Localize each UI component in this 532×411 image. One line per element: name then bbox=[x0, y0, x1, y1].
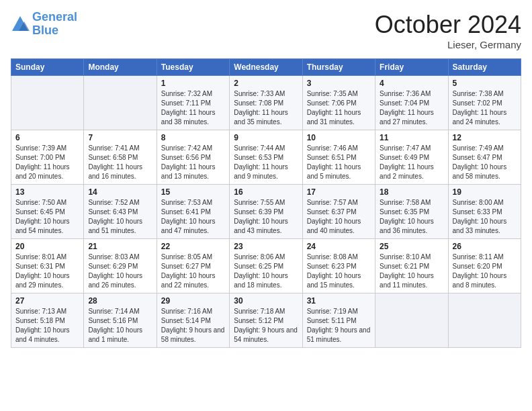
day-number: 21 bbox=[88, 242, 152, 251]
calendar-cell: 21Sunrise: 8:03 AM Sunset: 6:29 PM Dayli… bbox=[84, 239, 157, 293]
calendar-cell bbox=[448, 293, 521, 348]
logo-text: General Blue bbox=[32, 11, 77, 38]
calendar-week-1: 1Sunrise: 7:32 AM Sunset: 7:11 PM Daylig… bbox=[11, 76, 521, 130]
calendar-body: 1Sunrise: 7:32 AM Sunset: 7:11 PM Daylig… bbox=[11, 76, 521, 348]
calendar-cell: 10Sunrise: 7:46 AM Sunset: 6:51 PM Dayli… bbox=[302, 130, 375, 185]
day-number: 30 bbox=[234, 296, 298, 306]
day-number: 12 bbox=[453, 133, 517, 142]
day-info: Sunrise: 7:33 AM Sunset: 7:08 PM Dayligh… bbox=[234, 89, 298, 127]
day-number: 14 bbox=[88, 187, 152, 197]
day-number: 7 bbox=[88, 133, 152, 142]
day-number: 9 bbox=[234, 133, 298, 142]
calendar-cell: 2Sunrise: 7:33 AM Sunset: 7:08 PM Daylig… bbox=[230, 76, 302, 130]
logo: General Blue bbox=[11, 11, 77, 38]
calendar-cell bbox=[375, 293, 448, 348]
day-number: 6 bbox=[15, 133, 79, 142]
calendar-cell bbox=[84, 76, 157, 130]
day-info: Sunrise: 8:10 AM Sunset: 6:21 PM Dayligh… bbox=[380, 253, 443, 290]
page-header: General Blue October 2024 Lieser, German… bbox=[11, 11, 521, 50]
day-info: Sunrise: 7:16 AM Sunset: 5:14 PM Dayligh… bbox=[161, 307, 225, 345]
day-info: Sunrise: 7:18 AM Sunset: 5:12 PM Dayligh… bbox=[234, 307, 298, 345]
day-number: 2 bbox=[234, 79, 298, 88]
day-info: Sunrise: 7:57 AM Sunset: 6:37 PM Dayligh… bbox=[307, 198, 371, 236]
weekday-monday: Monday bbox=[84, 59, 157, 76]
day-number: 15 bbox=[161, 187, 225, 197]
day-number: 25 bbox=[380, 242, 443, 251]
day-number: 23 bbox=[234, 242, 298, 251]
day-number: 10 bbox=[307, 133, 371, 142]
weekday-thursday: Thursday bbox=[302, 59, 375, 76]
day-info: Sunrise: 8:00 AM Sunset: 6:33 PM Dayligh… bbox=[453, 198, 517, 236]
weekday-header-row: SundayMondayTuesdayWednesdayThursdayFrid… bbox=[11, 59, 521, 76]
day-info: Sunrise: 8:05 AM Sunset: 6:27 PM Dayligh… bbox=[161, 253, 225, 290]
weekday-sunday: Sunday bbox=[11, 59, 84, 76]
day-number: 13 bbox=[15, 187, 79, 197]
day-info: Sunrise: 7:49 AM Sunset: 6:47 PM Dayligh… bbox=[453, 144, 517, 181]
day-info: Sunrise: 7:44 AM Sunset: 6:53 PM Dayligh… bbox=[234, 144, 298, 181]
weekday-saturday: Saturday bbox=[448, 59, 521, 76]
calendar-cell: 9Sunrise: 7:44 AM Sunset: 6:53 PM Daylig… bbox=[230, 130, 302, 185]
day-info: Sunrise: 7:32 AM Sunset: 7:11 PM Dayligh… bbox=[161, 89, 225, 127]
day-number: 5 bbox=[453, 79, 517, 88]
calendar-cell: 31Sunrise: 7:19 AM Sunset: 5:11 PM Dayli… bbox=[302, 293, 375, 348]
day-info: Sunrise: 7:14 AM Sunset: 5:16 PM Dayligh… bbox=[88, 307, 152, 345]
calendar-cell: 3Sunrise: 7:35 AM Sunset: 7:06 PM Daylig… bbox=[302, 76, 375, 130]
calendar-cell: 22Sunrise: 8:05 AM Sunset: 6:27 PM Dayli… bbox=[157, 239, 229, 293]
calendar-cell: 15Sunrise: 7:53 AM Sunset: 6:41 PM Dayli… bbox=[157, 185, 229, 239]
day-info: Sunrise: 7:41 AM Sunset: 6:58 PM Dayligh… bbox=[88, 144, 152, 181]
calendar-cell: 23Sunrise: 8:06 AM Sunset: 6:25 PM Dayli… bbox=[230, 239, 302, 293]
calendar-cell: 17Sunrise: 7:57 AM Sunset: 6:37 PM Dayli… bbox=[302, 185, 375, 239]
day-info: Sunrise: 8:03 AM Sunset: 6:29 PM Dayligh… bbox=[88, 253, 152, 290]
calendar-week-2: 6Sunrise: 7:39 AM Sunset: 7:00 PM Daylig… bbox=[11, 130, 521, 185]
day-number: 22 bbox=[161, 242, 225, 251]
calendar-week-4: 20Sunrise: 8:01 AM Sunset: 6:31 PM Dayli… bbox=[11, 239, 521, 293]
calendar-cell: 18Sunrise: 7:58 AM Sunset: 6:35 PM Dayli… bbox=[375, 185, 448, 239]
calendar-cell: 14Sunrise: 7:52 AM Sunset: 6:43 PM Dayli… bbox=[84, 185, 157, 239]
calendar-cell: 6Sunrise: 7:39 AM Sunset: 7:00 PM Daylig… bbox=[11, 130, 84, 185]
day-info: Sunrise: 7:53 AM Sunset: 6:41 PM Dayligh… bbox=[161, 198, 225, 236]
weekday-tuesday: Tuesday bbox=[157, 59, 229, 76]
calendar-table: SundayMondayTuesdayWednesdayThursdayFrid… bbox=[11, 58, 521, 348]
day-info: Sunrise: 7:58 AM Sunset: 6:35 PM Dayligh… bbox=[380, 198, 443, 236]
day-info: Sunrise: 7:55 AM Sunset: 6:39 PM Dayligh… bbox=[234, 198, 298, 236]
day-number: 4 bbox=[380, 79, 443, 88]
calendar-cell: 7Sunrise: 7:41 AM Sunset: 6:58 PM Daylig… bbox=[84, 130, 157, 185]
calendar-cell: 27Sunrise: 7:13 AM Sunset: 5:18 PM Dayli… bbox=[11, 293, 84, 348]
calendar-week-5: 27Sunrise: 7:13 AM Sunset: 5:18 PM Dayli… bbox=[11, 293, 521, 348]
day-info: Sunrise: 7:52 AM Sunset: 6:43 PM Dayligh… bbox=[88, 198, 152, 236]
calendar-cell: 24Sunrise: 8:08 AM Sunset: 6:23 PM Dayli… bbox=[302, 239, 375, 293]
day-number: 20 bbox=[15, 242, 79, 251]
day-number: 16 bbox=[234, 187, 298, 197]
calendar-cell: 25Sunrise: 8:10 AM Sunset: 6:21 PM Dayli… bbox=[375, 239, 448, 293]
day-number: 19 bbox=[453, 187, 517, 197]
day-number: 8 bbox=[161, 133, 225, 142]
calendar-cell: 29Sunrise: 7:16 AM Sunset: 5:14 PM Dayli… bbox=[157, 293, 229, 348]
day-info: Sunrise: 8:11 AM Sunset: 6:20 PM Dayligh… bbox=[453, 253, 517, 290]
calendar-cell: 5Sunrise: 7:38 AM Sunset: 7:02 PM Daylig… bbox=[448, 76, 521, 130]
calendar-cell: 26Sunrise: 8:11 AM Sunset: 6:20 PM Dayli… bbox=[448, 239, 521, 293]
calendar-cell: 1Sunrise: 7:32 AM Sunset: 7:11 PM Daylig… bbox=[157, 76, 229, 130]
day-number: 3 bbox=[307, 79, 371, 88]
day-info: Sunrise: 8:06 AM Sunset: 6:25 PM Dayligh… bbox=[234, 253, 298, 290]
day-number: 11 bbox=[380, 133, 443, 142]
day-info: Sunrise: 8:08 AM Sunset: 6:23 PM Dayligh… bbox=[307, 253, 371, 290]
logo-icon bbox=[11, 15, 30, 34]
day-number: 26 bbox=[453, 242, 517, 251]
calendar-cell: 13Sunrise: 7:50 AM Sunset: 6:45 PM Dayli… bbox=[11, 185, 84, 239]
calendar-week-3: 13Sunrise: 7:50 AM Sunset: 6:45 PM Dayli… bbox=[11, 185, 521, 239]
calendar-cell: 30Sunrise: 7:18 AM Sunset: 5:12 PM Dayli… bbox=[230, 293, 302, 348]
day-info: Sunrise: 7:46 AM Sunset: 6:51 PM Dayligh… bbox=[307, 144, 371, 181]
day-number: 18 bbox=[380, 187, 443, 197]
weekday-friday: Friday bbox=[375, 59, 448, 76]
day-number: 31 bbox=[307, 296, 371, 306]
calendar-cell bbox=[11, 76, 84, 130]
day-number: 17 bbox=[307, 187, 371, 197]
day-info: Sunrise: 7:19 AM Sunset: 5:11 PM Dayligh… bbox=[307, 307, 371, 345]
day-info: Sunrise: 7:50 AM Sunset: 6:45 PM Dayligh… bbox=[15, 198, 79, 236]
day-info: Sunrise: 7:39 AM Sunset: 7:00 PM Dayligh… bbox=[15, 144, 79, 181]
calendar-cell: 28Sunrise: 7:14 AM Sunset: 5:16 PM Dayli… bbox=[84, 293, 157, 348]
day-number: 28 bbox=[88, 296, 152, 306]
calendar-cell: 12Sunrise: 7:49 AM Sunset: 6:47 PM Dayli… bbox=[448, 130, 521, 185]
title-block: October 2024 Lieser, Germany bbox=[375, 11, 521, 50]
calendar-cell: 4Sunrise: 7:36 AM Sunset: 7:04 PM Daylig… bbox=[375, 76, 448, 130]
